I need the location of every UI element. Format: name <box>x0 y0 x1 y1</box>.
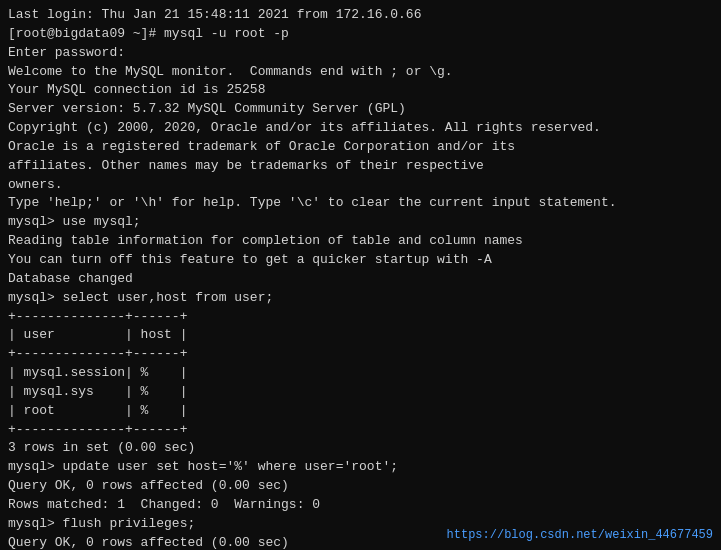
terminal-line: Type 'help;' or '\h' for help. Type '\c'… <box>8 194 713 213</box>
terminal-line: Query OK, 0 rows affected (0.00 sec) <box>8 477 713 496</box>
terminal-line: Enter password: <box>8 44 713 63</box>
terminal-line: +--------------+------+ <box>8 421 713 440</box>
terminal-line: affiliates. Other names may be trademark… <box>8 157 713 176</box>
terminal-line: Your MySQL connection id is 25258 <box>8 81 713 100</box>
terminal-line: Copyright (c) 2000, 2020, Oracle and/or … <box>8 119 713 138</box>
terminal-line: | root | % | <box>8 402 713 421</box>
terminal-line: mysql> use mysql; <box>8 213 713 232</box>
terminal-line: 3 rows in set (0.00 sec) <box>8 439 713 458</box>
terminal-line: Reading table information for completion… <box>8 232 713 251</box>
terminal-line: +--------------+------+ <box>8 308 713 327</box>
terminal-line: Last login: Thu Jan 21 15:48:11 2021 fro… <box>8 6 713 25</box>
terminal-line: Rows matched: 1 Changed: 0 Warnings: 0 <box>8 496 713 515</box>
terminal-content: Last login: Thu Jan 21 15:48:11 2021 fro… <box>8 6 713 550</box>
watermark: https://blog.csdn.net/weixin_44677459 <box>447 528 713 542</box>
terminal-line: owners. <box>8 176 713 195</box>
terminal-line: mysql> update user set host='%' where us… <box>8 458 713 477</box>
terminal-line: Oracle is a registered trademark of Orac… <box>8 138 713 157</box>
terminal-line: Welcome to the MySQL monitor. Commands e… <box>8 63 713 82</box>
terminal-line: You can turn off this feature to get a q… <box>8 251 713 270</box>
terminal-line: +--------------+------+ <box>8 345 713 364</box>
terminal-line: mysql> select user,host from user; <box>8 289 713 308</box>
terminal-line: | mysql.sys | % | <box>8 383 713 402</box>
terminal-line: | user | host | <box>8 326 713 345</box>
terminal-line: Server version: 5.7.32 MySQL Community S… <box>8 100 713 119</box>
terminal-line: Database changed <box>8 270 713 289</box>
terminal-line: | mysql.session| % | <box>8 364 713 383</box>
terminal-window: Last login: Thu Jan 21 15:48:11 2021 fro… <box>0 0 721 550</box>
terminal-line: [root@bigdata09 ~]# mysql -u root -p <box>8 25 713 44</box>
